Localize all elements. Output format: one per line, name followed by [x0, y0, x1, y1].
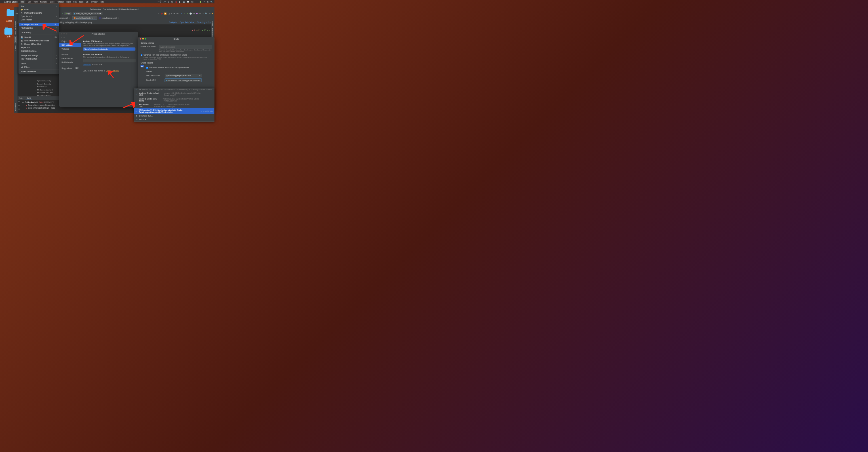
- menu-local-history[interactable]: Local History›: [19, 31, 59, 34]
- zoom-icon[interactable]: [66, 33, 67, 35]
- settings-icon[interactable]: ⚙: [209, 12, 211, 15]
- menu-file[interactable]: File: [20, 0, 25, 3]
- wifi-icon[interactable]: ᯤ: [204, 1, 205, 3]
- search-icon[interactable]: 🔍: [211, 1, 213, 3]
- s-icon[interactable]: S: [207, 1, 209, 3]
- play-icon[interactable]: ▶: [179, 1, 181, 3]
- ps-cat-variables[interactable]: Variables: [59, 47, 81, 51]
- menu-power-save[interactable]: Power Save Mode: [19, 70, 59, 73]
- ps-cat-suggestions[interactable]: Suggestions29: [59, 66, 81, 70]
- zoom-icon[interactable]: [145, 38, 147, 40]
- ps-cat-modules[interactable]: Modules: [59, 53, 81, 57]
- restart-icon[interactable]: ↻: [18, 101, 21, 103]
- menu-build[interactable]: Build: [66, 1, 70, 3]
- close-icon[interactable]: [140, 38, 142, 40]
- menu-new-projects-setup[interactable]: New Projects Setup›: [19, 57, 59, 61]
- jdk-option-javahome[interactable]: ▪Android Studio java home version 11.0.1…: [134, 97, 214, 103]
- run-icon[interactable]: ▷: [158, 12, 159, 15]
- menu-window[interactable]: Window: [91, 1, 97, 3]
- ps-cat-project[interactable]: Project: [59, 39, 81, 43]
- menu-export[interactable]: Export›: [19, 62, 59, 65]
- attach-icon[interactable]: ⎆: [171, 12, 172, 15]
- menu-close-project[interactable]: Close Project: [19, 18, 59, 22]
- stop-icon[interactable]: ■: [174, 12, 175, 15]
- menu-new[interactable]: New›: [19, 4, 59, 8]
- minimize-icon[interactable]: [143, 38, 144, 40]
- analyzer-icon[interactable]: ⬢: [196, 12, 198, 15]
- git-push-icon[interactable]: ↗: [186, 12, 188, 15]
- menu-reload-disk[interactable]: ↻Reload All from Disk: [19, 42, 59, 46]
- resource-manager-tab[interactable]: Resource Manager: [14, 20, 17, 36]
- menu-view[interactable]: View: [34, 1, 38, 3]
- tab-manifest[interactable]: AndroidManifest.xml×: [72, 16, 97, 20]
- back-icon[interactable]: ←: [60, 36, 62, 38]
- menu-print[interactable]: 🖨Print...: [19, 65, 59, 69]
- ps-cat-sdk[interactable]: SDK Location: [59, 43, 81, 47]
- sdk-icon[interactable]: ⬇: [202, 12, 204, 15]
- battery-icon[interactable]: 🔋: [199, 1, 202, 3]
- jdk-option-add[interactable]: ＋Add JDK...: [134, 118, 214, 122]
- menu-open[interactable]: 📁Open...: [19, 8, 59, 11]
- menu-project-structure[interactable]: ▭Project Structure...⌘ ;: [19, 23, 59, 26]
- menu-navigate[interactable]: Navigate: [40, 1, 48, 3]
- w-icon[interactable]: W: [171, 1, 173, 3]
- avd-icon[interactable]: ▭: [199, 12, 201, 15]
- minimize-icon[interactable]: [63, 33, 65, 35]
- download-ndk-link[interactable]: Download: [83, 64, 91, 66]
- git-history-icon[interactable]: 🕐: [189, 12, 192, 15]
- commit-tab[interactable]: Commit: [14, 44, 17, 52]
- device-selector[interactable]: ▮Pixel_3a_API_32_arm64-v8a ▾: [73, 12, 103, 15]
- git-update-icon[interactable]: ↙: [180, 12, 182, 15]
- tab-en-strings[interactable]: en-rUS/strings.xml×: [97, 16, 121, 20]
- jdk-option-default[interactable]: ▪Android Studio default JDK version 11.0…: [134, 91, 214, 97]
- notify-badge-icon[interactable]: ●: [212, 12, 213, 15]
- gradle-settings-link[interactable]: Gradle Settings.: [106, 70, 119, 72]
- sync-hint-icon[interactable]: ↙: [62, 12, 63, 15]
- git-rollback-icon[interactable]: ↺: [193, 12, 195, 15]
- menu-profile-apk[interactable]: ↯Profile or Debug APK: [19, 11, 59, 15]
- menu-repair-ide[interactable]: Repair IDE: [19, 46, 59, 49]
- menu-refactor[interactable]: Refactor: [57, 1, 64, 3]
- gen-iml-checkbox[interactable]: [141, 54, 143, 56]
- run-config-selector[interactable]: app: [64, 12, 72, 15]
- editor-inspection-status[interactable]: ● 3 ▲ 21 ✔ 20 ∧ ∨: [192, 29, 210, 31]
- search-everywhere-icon[interactable]: 🔍: [205, 12, 207, 15]
- ps-cat-build-variants[interactable]: Build Variants: [59, 60, 81, 64]
- ndk-path-input[interactable]: [83, 59, 135, 62]
- yd-icon[interactable]: Yd: [191, 1, 193, 3]
- close-icon[interactable]: ×: [69, 17, 70, 19]
- menu-invalidate-caches[interactable]: Invalidate Caches...: [19, 49, 59, 53]
- project-tab[interactable]: Project: [14, 36, 17, 43]
- filter-icon[interactable]: ☷: [18, 108, 21, 110]
- bug-icon[interactable]: 🐞: [175, 1, 177, 3]
- close-icon[interactable]: ×: [118, 17, 119, 19]
- bookmarks-tab[interactable]: Bookmarks: [14, 102, 17, 112]
- open-build-link[interactable]: Open 'Build' View: [180, 21, 194, 24]
- download-annotations-checkbox[interactable]: [146, 67, 148, 69]
- menu-tools[interactable]: Tools: [79, 1, 83, 3]
- user-home-input[interactable]: [159, 45, 212, 49]
- menu-edit[interactable]: Edit: [28, 1, 31, 3]
- close-icon[interactable]: ×: [94, 17, 96, 19]
- menu-help[interactable]: Help: [100, 1, 103, 3]
- sdk-path-input[interactable]: [83, 47, 135, 51]
- project-badge[interactable]: Fei: [141, 65, 144, 67]
- expand-icon[interactable]: ▸: [18, 112, 21, 113]
- robot-icon[interactable]: 🤖: [183, 1, 185, 3]
- coverage-icon[interactable]: ⬚: [168, 12, 169, 15]
- close-icon[interactable]: [61, 33, 62, 35]
- gradle-jdk-select[interactable]: ▪ JDK version 11.0.13 /Applications/Andr…: [165, 78, 202, 82]
- menu-file-properties[interactable]: File Properties›: [19, 26, 59, 30]
- wechat-icon[interactable]: 💬: [187, 1, 189, 3]
- desktop-gitee[interactable]: gitee: [4, 20, 14, 22]
- dots-icon[interactable]: ⋯: [195, 1, 197, 3]
- grid-icon[interactable]: ⊞: [168, 1, 169, 3]
- menu-save-all[interactable]: 💾Save All⌘S: [19, 35, 59, 39]
- stop-build-icon[interactable]: ⊘: [18, 104, 21, 107]
- jdk-option-embedded[interactable]: ▪Embedded JDK version 11.0.13 /Applicati…: [134, 103, 214, 108]
- mic-icon[interactable]: 🎤: [163, 1, 166, 3]
- profile-icon[interactable]: ⏩: [164, 12, 166, 15]
- use-gradle-from-select[interactable]: 'gradle-wrapper.properties' file▾: [165, 74, 202, 78]
- debug-icon[interactable]: 🐞: [160, 12, 163, 15]
- menu-code[interactable]: Code: [50, 1, 55, 3]
